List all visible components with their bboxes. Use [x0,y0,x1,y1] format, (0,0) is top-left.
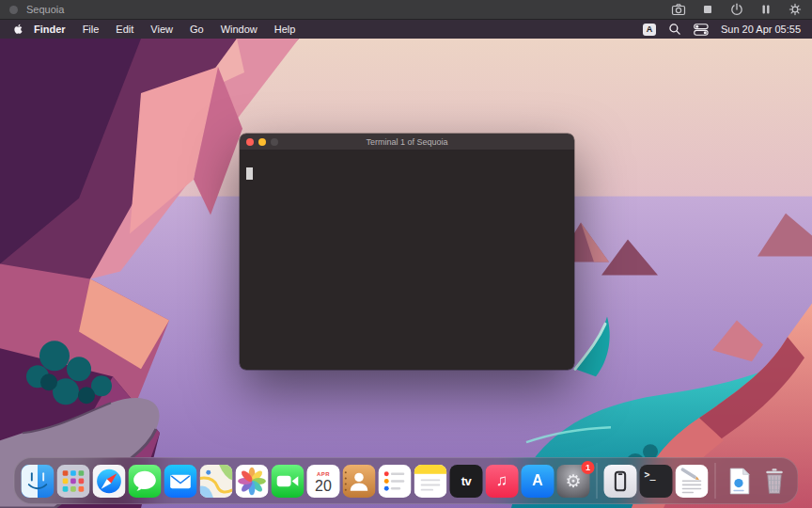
dock-separator [597,463,598,499]
dock-item-photos[interactable] [236,465,269,498]
camera-icon[interactable] [671,2,686,17]
close-button[interactable] [246,138,254,146]
apple-logo-icon [13,23,24,36]
notes-icon [414,465,447,498]
dock-item-iphone-mirroring[interactable] [604,465,637,498]
pause-icon[interactable] [758,2,773,17]
dock-item-tv[interactable]: tv [450,465,483,498]
dock-item-messages[interactable] [129,465,162,498]
calendar-day-label: 20 [315,478,332,494]
terminal-window-title: Terminal 1 of Sequoia [240,137,574,147]
dock-item-contacts[interactable] [343,465,376,498]
vm-titlebar: Sequoia [0,0,812,20]
dock-item-safari[interactable] [93,465,126,498]
dock-item-finder[interactable] [22,465,55,498]
vm-titlebar-left: Sequoia [9,4,64,15]
menu-window[interactable]: Window [212,24,266,35]
maps-icon [200,465,233,498]
terminal-cursor [246,167,253,180]
dock-item-system-settings[interactable]: ⚙ 1 [557,465,590,498]
zoom-button[interactable] [271,138,278,146]
dock-item-mail[interactable] [164,465,197,498]
menu-edit[interactable]: Edit [107,24,142,35]
screen: Sequoia [0,0,812,508]
photos-icon [236,465,269,498]
notification-badge: 1 [582,461,595,474]
apple-menu[interactable] [11,23,27,36]
document-icon [723,465,756,498]
dock-item-launchpad[interactable] [57,465,90,498]
dock-item-reminders[interactable] [379,465,412,498]
trash-icon [758,465,791,498]
vm-toolbar [671,2,803,17]
input-source-icon[interactable]: A [643,24,656,36]
dock-item-trash[interactable] [758,465,791,498]
vm-window-button[interactable] [9,6,18,14]
dock-item-terminal[interactable]: >_ [640,465,673,498]
menubar: Finder File Edit View Go Window Help A S… [0,20,812,39]
menu-view[interactable]: View [142,24,181,35]
safari-icon [93,465,126,498]
dock-item-document[interactable] [723,465,756,498]
messages-icon [129,465,162,498]
desktop: Terminal 1 of Sequoia [0,39,812,508]
traffic-lights [246,138,278,146]
finder-icon [22,465,55,498]
terminal-titlebar[interactable]: Terminal 1 of Sequoia [240,134,574,151]
music-note-icon: ♫ [496,471,508,490]
dock-item-facetime[interactable] [272,465,304,498]
mail-icon [164,465,197,498]
menubar-clock[interactable]: Sun 20 Apr 05:55 [721,24,801,35]
tv-logo-label: tv [461,474,472,488]
control-center-icon[interactable] [694,24,709,36]
dock-item-app-store[interactable]: A [522,465,554,498]
dock-separator [715,463,716,499]
facetime-icon [272,465,304,498]
reminders-icon [379,465,412,498]
calendar-month-label: APR [317,471,330,478]
settings-gear-icon: ⚙ [565,470,581,492]
terminal-content[interactable] [240,151,574,370]
terminal-window: Terminal 1 of Sequoia [240,134,574,370]
search-icon[interactable] [668,23,681,36]
menu-file[interactable]: File [74,24,108,35]
menu-finder[interactable]: Finder [27,24,74,35]
dock-item-calendar[interactable]: APR 20 [307,465,340,498]
dock-item-music[interactable]: ♫ [486,465,519,498]
dock-item-textedit[interactable] [676,465,709,498]
contacts-icon [343,465,376,498]
power-icon[interactable] [729,2,744,17]
stop-icon[interactable] [700,2,715,17]
dock: APR 20 [14,457,799,504]
menu-go[interactable]: Go [181,24,212,35]
menubar-status: A Sun 20 Apr 05:55 [643,23,801,36]
app-store-letter: A [532,472,543,489]
iphone-mirroring-icon [604,465,637,498]
minimize-button[interactable] [258,138,266,146]
menubar-menus: Finder File Edit View Go Window Help [11,23,304,36]
menu-help[interactable]: Help [266,24,304,35]
dock-item-maps[interactable] [200,465,233,498]
terminal-prompt-glyph: >_ [645,469,656,480]
vm-title: Sequoia [26,4,64,15]
gear-icon[interactable] [788,2,803,17]
launchpad-icon [57,465,90,498]
textedit-icon [676,465,709,498]
dock-item-notes[interactable] [414,465,447,498]
